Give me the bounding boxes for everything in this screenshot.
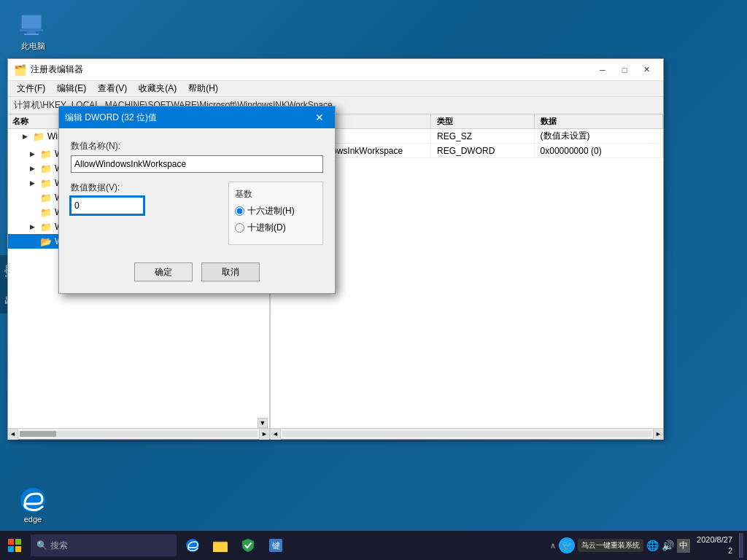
dialog-close-button[interactable]: ✕ [310,109,329,125]
dialog-left-col: 数值数据(V): [71,182,220,245]
dialog-name-row: 数值名称(N): [71,140,323,173]
dword-dialog: 编辑 DWORD (32 位)值 ✕ 数值名称(N): 数值数据(V): 基数 [58,106,336,294]
dialog-name-label: 数值名称(N): [71,140,323,152]
radio-dec[interactable] [235,223,244,233]
dialog-base-label: 基数 [235,188,317,201]
radio-hex-label-text: 十六进制(H) [247,205,295,217]
dialog-data-input[interactable] [71,197,144,214]
dialog-cancel-button[interactable]: 取消 [201,262,260,281]
dialog-titlebar: 编辑 DWORD (32 位)值 ✕ [59,106,335,128]
radio-hex-label[interactable]: 十六进制(H) [235,205,317,217]
radio-dec-label[interactable]: 十进制(D) [235,222,317,234]
dialog-overlay: 编辑 DWORD (32 位)值 ✕ 数值名称(N): 数值数据(V): 基数 [0,0,747,560]
dialog-title: 编辑 DWORD (32 位)值 [65,112,310,124]
dialog-data-label: 数值数据(V): [71,182,220,194]
dialog-base-group: 基数 十六进制(H) 十进制(D) [228,182,323,245]
dialog-name-input[interactable] [71,155,323,173]
dialog-ok-button[interactable]: 确定 [134,262,193,281]
dialog-body: 数值名称(N): 数值数据(V): 基数 十六进制(H) [59,128,335,293]
dialog-buttons: 确定 取消 [71,257,323,281]
radio-hex[interactable] [235,206,244,216]
radio-dec-label-text: 十进制(D) [247,222,286,234]
desktop: 此电脑 QQ浏览器 edge Adm E [0,0,747,560]
dialog-two-col: 数值数据(V): 基数 十六进制(H) 十进制(D) [71,182,323,245]
